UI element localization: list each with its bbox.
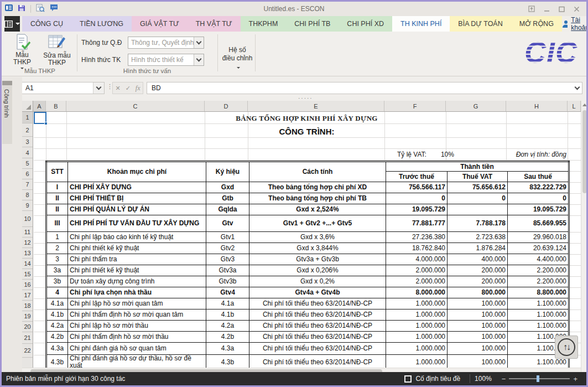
cell-pre-tax[interactable]: 1.000.000 [386, 355, 447, 368]
column-header-F[interactable]: F [384, 101, 446, 111]
name-box-dropdown-icon[interactable] [93, 82, 104, 94]
zoom-out-button[interactable]: − [498, 375, 509, 383]
main-menu-button[interactable] [4, 16, 20, 32]
row-header-5[interactable]: 5 [22, 158, 33, 169]
cell-method[interactable]: Gtv1 + Gtv2 +...+ Gtv5 [249, 215, 386, 232]
scroll-up-icon[interactable] [581, 101, 587, 109]
cell-stt[interactable]: 4.1a [46, 298, 68, 309]
row-header-2[interactable]: 2 [22, 123, 33, 137]
row-header-15[interactable]: 15 [22, 269, 33, 280]
row-header-6[interactable]: 6 [22, 169, 33, 179]
column-header-D[interactable]: D [205, 101, 248, 111]
cell-vat[interactable]: 1.876.284 [447, 243, 508, 254]
row-header-9[interactable]: 9 [22, 200, 33, 211]
cell-pre-tax[interactable]: 1.000.000 [386, 332, 447, 343]
mau-thkp-button[interactable]: Mẫu THKP [6, 34, 38, 69]
freeze-checkbox[interactable] [404, 375, 412, 383]
row-header-14[interactable]: 14 [22, 259, 33, 269]
cell-pre-tax[interactable]: 1.000.000 [386, 343, 447, 355]
cell-symbol[interactable]: Gxd [206, 182, 249, 193]
cell-pre-tax[interactable]: 756.566.117 [386, 182, 447, 193]
vertical-scroll-thumb[interactable] [582, 110, 587, 193]
tab-công-cụ[interactable]: CÔNG CỤ [22, 16, 71, 32]
cell-stt[interactable]: 3b [46, 276, 68, 287]
column-header-G[interactable]: G [446, 101, 506, 111]
table-row[interactable]: ICHI PHÍ XÂY DỰNGGxdTheo bảng tổng hợp c… [46, 182, 569, 193]
cell-vat[interactable]: 100.000 [447, 309, 508, 321]
cell-pre-tax[interactable]: 8.000.000 [386, 287, 447, 298]
confirm-entry-button[interactable]: ✓ [126, 85, 131, 92]
cell-pre-tax[interactable]: 2.000.000 [386, 265, 447, 276]
cell-method[interactable]: Chi phí tối thiểu theo 63/2014/NĐ-CP [249, 355, 386, 368]
chat-icon[interactable] [50, 4, 58, 14]
cell-stt[interactable]: 4 [46, 287, 68, 298]
vertical-scrollbar[interactable] [581, 101, 587, 374]
cell-method[interactable]: Chi phí tối thiểu theo 63/2014/NĐ-CP [249, 343, 386, 355]
account-button[interactable]: Tài khoản [562, 16, 588, 32]
table-row[interactable]: 4.1aChi phí lập hồ sơ mời quan tâm4.1aCh… [46, 298, 569, 309]
cell-symbol[interactable]: 4.3a [206, 343, 249, 355]
cell-vat[interactable]: 200.000 [447, 276, 508, 287]
fullscreen-icon[interactable] [528, 6, 535, 12]
row-header-3[interactable]: 3 [22, 137, 33, 147]
scroll-toggle-button[interactable]: ↑↓ [555, 336, 578, 359]
row-header-1[interactable]: 1 [22, 112, 33, 123]
cell-pre-tax[interactable]: 19.095.729 [386, 204, 447, 215]
cell-vat[interactable]: 2.723.638 [447, 232, 508, 243]
table-row[interactable]: 3aChi phí thiết kế kỹ thuậtGtv3aGxd x 0,… [46, 265, 569, 276]
cell-item[interactable]: CHI PHÍ QUẢN LÝ DỰ ÁN [68, 204, 206, 215]
row-header-11[interactable]: 11 [22, 227, 33, 238]
table-row[interactable]: 3Chi phí thẩm traGtv3Gtv3a + Gtv3b4.000.… [46, 254, 569, 265]
cell-vat[interactable]: 400.000 [447, 254, 508, 265]
table-row[interactable]: 3bDự toán xây dựng công trìnhGtv3bGxd x … [46, 276, 569, 287]
column-header-A[interactable]: A [33, 101, 46, 111]
header-post-tax[interactable]: Sau thuế [508, 172, 569, 182]
thong-tu-dropdown-icon[interactable] [194, 37, 204, 48]
cell-item[interactable]: Chi phí lập hồ sơ mời quan tâm [68, 298, 206, 309]
row-header-19[interactable]: 19 [22, 311, 33, 322]
column-header-B[interactable]: B [46, 101, 66, 111]
cell-vat[interactable]: 100.000 [447, 343, 508, 355]
cell-stt[interactable]: I [46, 182, 68, 193]
cell-symbol[interactable]: 4.1a [206, 298, 249, 309]
tab-thkphm[interactable]: THKPHM [241, 16, 287, 32]
cell-vat[interactable]: 7.788.178 [447, 215, 508, 232]
cell-item[interactable]: Chi phí thiết kế kỹ thuật [68, 265, 206, 276]
table-row[interactable]: 4.3aChi phí đánh giá hồ sơ quan tâm4.3aC… [46, 343, 569, 355]
name-box[interactable]: A1 [22, 82, 105, 94]
column-header-C[interactable]: C [66, 101, 205, 111]
cell-stt[interactable]: 3a [46, 265, 68, 276]
column-header-H[interactable]: H [506, 101, 568, 111]
cell-method[interactable]: Chi phí tối thiểu theo 63/2014/NĐ-CP [249, 332, 386, 343]
cell-stt[interactable]: III [46, 215, 68, 232]
header-item[interactable]: Khoản mục chi phí [68, 162, 206, 182]
print-preview-icon[interactable] [36, 4, 45, 14]
cell-item[interactable]: Chi phí thẩm tra [68, 254, 206, 265]
fill-handle[interactable] [44, 122, 48, 125]
cell-pre-tax[interactable]: 1.000.000 [386, 321, 447, 332]
minimize-icon[interactable] [544, 6, 550, 12]
cell-symbol[interactable]: Gtv4 [206, 287, 249, 298]
cell-symbol[interactable]: 4.1b [206, 309, 249, 321]
cell-stt[interactable]: 4.3b [46, 355, 68, 368]
header-method[interactable]: Cách tính [249, 162, 386, 182]
row-header-13[interactable]: 13 [22, 248, 33, 259]
table-row[interactable]: 4.1bChi phí thẩm định hồ sơ mời quan tâm… [46, 309, 569, 321]
cell-method[interactable]: Gxd x 0,2% [249, 276, 386, 287]
cell-stt[interactable]: 4.1b [46, 309, 68, 321]
cell-item[interactable]: Chi phí đánh giá hồ sơ dự thầu, hồ sơ đề… [68, 355, 206, 368]
cell-symbol[interactable]: Gtv2 [206, 243, 249, 254]
cell-item[interactable]: Chi phí đánh giá hồ sơ quan tâm [68, 343, 206, 355]
cell-vat[interactable]: 100.000 [447, 298, 508, 309]
header-stt[interactable]: STT [46, 162, 68, 182]
table-row[interactable]: IICHI PHÍ QUẢN LÝ DỰ ÁNGqldaGxd x 2,524%… [46, 204, 569, 215]
row-header-12[interactable]: 12 [22, 238, 33, 248]
he-so-dieu-chinh-button[interactable]: Hệ số điều chỉnh [222, 46, 253, 71]
tab-th-vật-tư[interactable]: TH VẬT TƯ [188, 16, 241, 32]
row-header-17[interactable]: 17 [22, 290, 33, 301]
cell-item[interactable]: CHI PHÍ THIẾT BỊ [68, 193, 206, 204]
cell-post-tax[interactable]: 20.639.124 [508, 243, 569, 254]
cell-method[interactable]: Chi phí tối thiểu theo 63/2014/NĐ-CP [249, 309, 386, 321]
table-row[interactable]: IIICHI PHÍ PHÍ TƯ VẤN ĐẦU TƯ XÂY DỰNGGtv… [46, 215, 569, 232]
column-header-E[interactable]: E [248, 101, 384, 111]
